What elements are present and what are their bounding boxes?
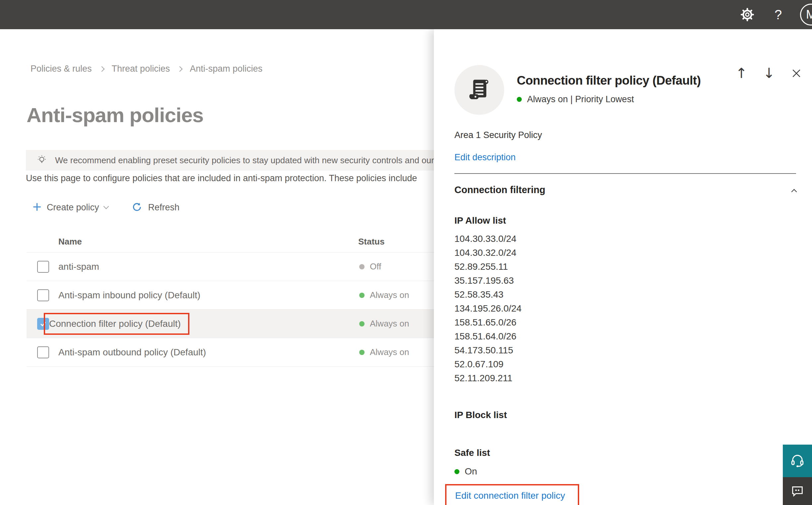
highlight-box-edit-link: Edit connection filter policy	[445, 484, 579, 505]
section-title: Connection filtering	[454, 184, 545, 195]
previous-item-arrow-up-icon[interactable]: ↑	[736, 66, 747, 80]
flyout-status-label: Always on | Priority Lowest	[527, 94, 634, 105]
headset-icon	[789, 453, 806, 469]
policy-description: Area 1 Security Policy	[454, 130, 796, 140]
status-label: Always on	[370, 347, 409, 357]
ip-entry: 52.89.255.11	[454, 260, 796, 274]
safe-list-heading: Safe list	[454, 448, 796, 458]
flyout-actions: ↑ ↓	[736, 66, 802, 80]
refresh-button[interactable]: Refresh	[131, 202, 179, 213]
status-dot-on	[359, 350, 365, 355]
status-badge: Off	[359, 262, 381, 272]
breadcrumb-anti-spam-policies[interactable]: Anti-spam policies	[190, 64, 262, 74]
chevron-down-icon	[104, 204, 109, 209]
create-policy-label: Create policy	[47, 202, 99, 213]
status-dot-on	[517, 97, 522, 102]
column-header-name[interactable]: Name	[58, 236, 82, 247]
status-label: Off	[370, 262, 381, 272]
row-checkbox[interactable]	[37, 289, 49, 301]
status-dot-off	[359, 264, 365, 270]
ip-entry: 54.173.50.115	[454, 343, 796, 357]
ip-entry: 52.0.67.109	[454, 357, 796, 371]
next-item-arrow-down-icon[interactable]: ↓	[763, 66, 775, 80]
account-avatar[interactable]: M	[800, 4, 812, 25]
edit-connection-filter-policy-link[interactable]: Edit connection filter policy	[455, 490, 565, 501]
banner-text: We recommend enabling preset security po…	[55, 155, 472, 166]
create-policy-button[interactable]: + Create policy	[32, 201, 108, 213]
status-label: Always on	[370, 290, 409, 300]
connection-filtering-section-header[interactable]: Connection filtering	[454, 184, 796, 195]
chevron-right-icon	[99, 66, 105, 72]
policy-name-highlighted[interactable]: Connection filter policy (Default)	[44, 313, 189, 335]
breadcrumb-policies-rules[interactable]: Policies & rules	[30, 64, 92, 74]
status-badge: Always on	[359, 290, 409, 300]
policy-name[interactable]: Anti-spam inbound policy (Default)	[58, 290, 200, 301]
status-badge: Always on	[359, 319, 409, 329]
feedback-button[interactable]	[783, 477, 812, 505]
flyout-title: Connection filter policy (Default)	[517, 74, 700, 88]
top-app-bar: ? M	[0, 0, 812, 29]
ip-allow-list: 104.30.33.0/24 104.30.32.0/24 52.89.255.…	[454, 232, 796, 385]
policy-name[interactable]: Anti-spam outbound policy (Default)	[58, 347, 206, 358]
policy-details-flyout: ↑ ↓ Connection filter policy (Default)	[434, 29, 812, 505]
row-checkbox[interactable]	[37, 346, 49, 358]
refresh-label: Refresh	[148, 202, 179, 213]
policy-name[interactable]: anti-spam	[58, 262, 99, 272]
chat-feedback-icon	[790, 483, 805, 499]
status-dot-on	[454, 469, 459, 474]
chevron-up-icon[interactable]	[791, 189, 797, 194]
lightbulb-icon	[36, 154, 48, 166]
ip-entry: 158.51.64.0/26	[454, 329, 796, 343]
help-icon[interactable]: ?	[771, 6, 786, 23]
refresh-icon	[131, 202, 143, 213]
settings-gear-icon[interactable]	[739, 6, 756, 23]
plus-icon: +	[32, 200, 41, 213]
flyout-status-line: Always on | Priority Lowest	[517, 94, 700, 105]
policy-scroll-icon	[454, 65, 504, 115]
column-header-status[interactable]: Status	[358, 236, 384, 247]
safe-list-status-label: On	[465, 466, 477, 477]
status-dot-on	[359, 293, 365, 298]
ip-allow-list-heading: IP Allow list	[454, 215, 796, 226]
ip-entry: 35.157.195.63	[454, 274, 796, 288]
ip-entry: 104.30.32.0/24	[454, 246, 796, 260]
ip-entry: 134.195.26.0/24	[454, 302, 796, 316]
support-button[interactable]	[783, 445, 812, 477]
edit-description-link[interactable]: Edit description	[454, 152, 516, 163]
row-checkbox[interactable]	[37, 261, 49, 273]
divider	[454, 173, 796, 174]
ip-entry: 52.11.209.211	[454, 371, 796, 385]
ip-entry: 104.30.33.0/24	[454, 232, 796, 246]
status-dot-on	[359, 321, 365, 327]
status-label: Always on	[370, 319, 409, 329]
chevron-right-icon	[177, 66, 183, 72]
ip-entry: 52.58.35.43	[454, 288, 796, 302]
breadcrumb-threat-policies[interactable]: Threat policies	[112, 64, 170, 74]
safe-list-status: On	[454, 466, 796, 477]
ip-block-list-heading: IP Block list	[454, 410, 796, 420]
close-icon[interactable]	[791, 68, 802, 79]
ip-entry: 158.51.65.0/26	[454, 316, 796, 329]
status-badge: Always on	[359, 347, 409, 357]
